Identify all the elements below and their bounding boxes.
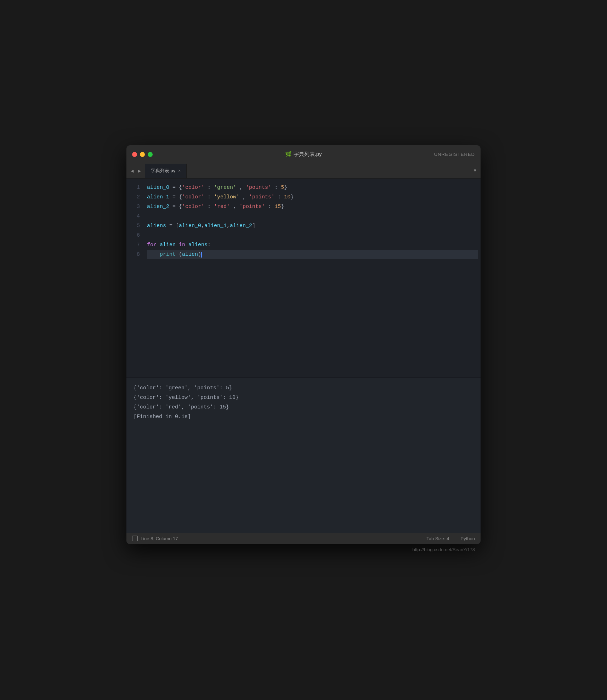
code-line-4 — [147, 211, 478, 221]
code-line-5: aliens = [alien_0,alien_1,alien_2] — [147, 221, 478, 231]
watermark: http://blog.csdn.net/SeanYi178 — [126, 544, 481, 555]
minimize-button[interactable] — [140, 152, 145, 157]
back-arrow[interactable]: ◀ — [129, 167, 135, 175]
code-line-7: for alien in aliens: — [147, 240, 478, 250]
editor-window: 🌿 字典列表.py UNREGISTERED ◀ ▶ 字典列表.py × ▼ 1… — [126, 145, 481, 544]
close-button[interactable] — [132, 152, 137, 157]
code-line-8: print (alien) — [147, 250, 478, 259]
maximize-button[interactable] — [148, 152, 153, 157]
window-title: 🌿 字典列表.py — [285, 151, 322, 158]
title-bar: 🌿 字典列表.py UNREGISTERED — [126, 145, 481, 164]
unregistered-label: UNREGISTERED — [434, 152, 475, 157]
tab-bar: ◀ ▶ 字典列表.py × ▼ — [126, 164, 481, 179]
code-line-3: alien_2 = {'color' : 'red' , 'points' : … — [147, 202, 478, 211]
status-right: Tab Size: 4 Python — [426, 536, 475, 541]
tab-size: Tab Size: 4 — [426, 536, 449, 541]
status-bar: Line 8, Column 17 Tab Size: 4 Python — [126, 533, 481, 544]
code-line-6 — [147, 231, 478, 240]
output-panel: {'color': 'green', 'points': 5} {'color'… — [126, 377, 481, 533]
tab-close-button[interactable]: × — [178, 168, 181, 173]
language: Python — [461, 536, 475, 541]
line-numbers: 1 2 3 4 5 6 7 8 — [126, 183, 144, 373]
editor-area[interactable]: 1 2 3 4 5 6 7 8 alien_0 = {'color' : 'gr… — [126, 179, 481, 377]
code-editor[interactable]: alien_0 = {'color' : 'green' , 'points' … — [144, 183, 481, 373]
forward-arrow[interactable]: ▶ — [136, 167, 142, 175]
cursor-position: Line 8, Column 17 — [141, 536, 178, 541]
tab-label: 字典列表.py — [151, 168, 175, 174]
nav-arrows: ◀ ▶ — [126, 167, 145, 175]
file-tab[interactable]: 字典列表.py × — [145, 164, 187, 178]
status-icon — [132, 536, 138, 541]
output-text: {'color': 'green', 'points': 5} {'color'… — [134, 383, 473, 422]
code-line-1: alien_0 = {'color' : 'green' , 'points' … — [147, 183, 478, 192]
status-left: Line 8, Column 17 — [132, 536, 178, 541]
tab-dropdown-button[interactable]: ▼ — [470, 168, 481, 173]
code-line-2: alien_1 = {'color' : 'yellow' , 'points'… — [147, 192, 478, 202]
title-icon: 🌿 — [285, 151, 293, 157]
traffic-lights — [132, 152, 153, 157]
